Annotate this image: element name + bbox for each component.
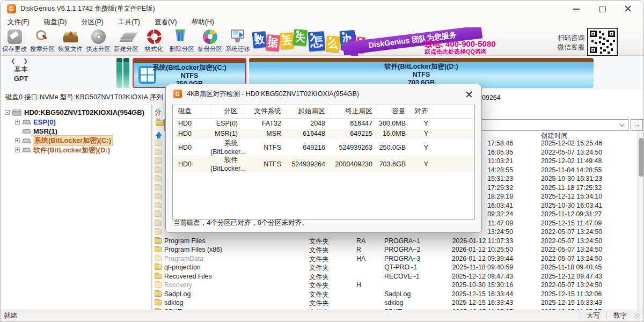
file-row-programdata[interactable]: ProgramData文件夹HAPROGRA~32026-01-12 09:39… bbox=[152, 254, 637, 264]
format-button[interactable]: 格式化 bbox=[140, 27, 168, 55]
partition-icon bbox=[23, 129, 31, 134]
go-button[interactable]: → bbox=[631, 119, 643, 131]
col-filesystem[interactable]: 文件系统 bbox=[243, 105, 286, 118]
collapse-box-icon[interactable]: - bbox=[5, 110, 10, 115]
tree-item-esp[interactable]: + ESP(0) bbox=[1, 118, 151, 127]
partition-d-fs: NTFS bbox=[249, 71, 594, 79]
folder-icon bbox=[155, 150, 162, 155]
status-ready: 就绪 bbox=[4, 311, 17, 320]
file-row-sadplog[interactable]: SadpLog文件夹SadpLog2025-12-15 16:33:442025… bbox=[152, 290, 637, 299]
partition-block-esp[interactable] bbox=[116, 58, 122, 88]
scrollbar-thumb[interactable] bbox=[639, 138, 643, 177]
toolbar-label: 系统迁移 bbox=[225, 45, 250, 53]
parent-folder-icon[interactable] bbox=[156, 128, 162, 136]
new-partition-button[interactable]: 新建分区 bbox=[112, 27, 140, 55]
title-bar: G DiskGenius V6.1.1.1742 免费版(单文件PE版) bbox=[1, 1, 643, 17]
tree-item-software-d[interactable]: + 软件(BitLocker加密)(D:) bbox=[1, 145, 151, 155]
col-aligned[interactable]: 对齐 bbox=[411, 105, 433, 118]
menu-view[interactable]: 查看(V) bbox=[155, 18, 177, 27]
diskgenius-logo-icon: G bbox=[173, 90, 182, 98]
dialog-status-text: 当前磁盘，4个分区已对齐，0个分区未对齐。 bbox=[173, 218, 308, 228]
format-icon bbox=[147, 30, 162, 44]
quick-partition-icon bbox=[91, 30, 106, 44]
panel-tab-partial: 分 bbox=[155, 108, 162, 117]
partition-nav: ❮ ❯ 基本 GPT bbox=[7, 58, 35, 83]
folder-icon bbox=[155, 141, 162, 146]
window-title: DiskGenius V6.1.1.1742 免费版(单文件PE版) bbox=[20, 4, 155, 13]
collapse-chevrons-icon[interactable]: ❮ ❯ bbox=[7, 58, 35, 64]
disk-info-left: 磁盘0 接口:NVMe 型号:KBG50ZNV1T02KIOXIA 序列 bbox=[5, 93, 163, 102]
partition-icon bbox=[23, 138, 31, 143]
dialog-close-icon[interactable] bbox=[466, 91, 472, 98]
new-partition-icon bbox=[119, 38, 134, 41]
tree-item-hd0[interactable]: - HD0:KBG50ZNV1T02KIOXIA(954GB) bbox=[1, 108, 151, 118]
file-row-recovery[interactable]: Recovery文件夹H2025-10-30 15:30:162022-05-0… bbox=[152, 281, 637, 290]
col-end-sector[interactable]: 终止扇区 bbox=[330, 105, 377, 118]
menu-partition[interactable]: 分区(P) bbox=[81, 18, 104, 27]
folder-icon bbox=[155, 256, 162, 261]
maximize-button[interactable] bbox=[598, 5, 606, 12]
partition-table-type: 基本 bbox=[7, 65, 35, 74]
close-button[interactable] bbox=[624, 5, 632, 12]
expand-box-icon[interactable]: + bbox=[15, 120, 20, 125]
table-row[interactable]: HD0MSR(1)MSR61644864921516.0MBY bbox=[173, 129, 474, 140]
save-changes-button[interactable]: 保存更改 bbox=[1, 27, 28, 55]
disk-info-right: 09264 bbox=[482, 90, 501, 105]
toolbar-label: 快速分区 bbox=[86, 45, 111, 53]
expand-box-icon[interactable]: + bbox=[15, 148, 20, 152]
folder-icon bbox=[155, 167, 162, 173]
delete-partition-button[interactable]: 删除分区 bbox=[168, 27, 196, 55]
toolbar-label: 新建分区 bbox=[114, 45, 138, 53]
system-migrate-button[interactable]: 系统迁移 bbox=[224, 27, 252, 55]
expand-box-icon[interactable]: + bbox=[15, 138, 20, 143]
current-folder-icon bbox=[156, 120, 164, 126]
ad-qq-link[interactable]: 或点击此处选择QQ咨询 bbox=[425, 48, 487, 56]
partition-scheme: GPT bbox=[7, 75, 35, 83]
folder-icon bbox=[155, 211, 162, 217]
partition-block-msr[interactable] bbox=[123, 58, 129, 88]
folder-icon bbox=[155, 274, 162, 279]
minimize-button[interactable] bbox=[573, 5, 580, 12]
tree-item-system-c[interactable]: + 系统(BitLocker加密)(C:) bbox=[1, 136, 151, 146]
file-row-recovered-files[interactable]: Recovered Files文件夹RECOVE~12025-12-12 09:… bbox=[152, 272, 637, 281]
toolbar: 保存更改 搜索分区 恢复文件 快速分区 新建分区 格式化 删除分区 备份分区 系… bbox=[1, 27, 643, 56]
col-capacity[interactable]: 容量 bbox=[377, 105, 411, 118]
menu-bar: 文件(F) 磁盘(D) 分区(P) 工具(T) 查看(V) 帮助(H) bbox=[1, 17, 643, 27]
menu-help[interactable]: 帮助(H) bbox=[192, 18, 214, 27]
table-header-row: 磁盘 分区 文件系统 起始扇区 终止扇区 容量 对齐 bbox=[173, 105, 474, 118]
quick-partition-button[interactable]: 快速分区 bbox=[84, 27, 112, 55]
folder-icon bbox=[155, 203, 162, 208]
partition-icon bbox=[23, 120, 31, 125]
tree-item-label: 软件(BitLocker加密)(D:) bbox=[33, 145, 110, 155]
diskgenius-window: G DiskGenius V6.1.1.1742 免费版(单文件PE版) 文件(… bbox=[0, 0, 644, 322]
menu-tools[interactable]: 工具(T) bbox=[118, 18, 140, 27]
search-partition-button[interactable]: 搜索分区 bbox=[28, 27, 56, 55]
diskgenius-logo-icon: G bbox=[7, 4, 16, 13]
folder-icon bbox=[155, 158, 162, 164]
col-start-sector[interactable]: 起始扇区 bbox=[286, 105, 330, 118]
resize-grip[interactable] bbox=[634, 313, 640, 319]
tree-item-label: HD0:KBG50ZNV1T02KIOXIA(954GB) bbox=[24, 108, 144, 116]
file-row-program-files-x86[interactable]: Program Files (x86)文件夹RPROGRA~22026-01-1… bbox=[152, 245, 637, 254]
file-row-program-files[interactable]: Program Files文件夹RAPROGRA~12026-01-12 11:… bbox=[152, 237, 637, 246]
qr-code bbox=[587, 28, 618, 56]
file-row-qt-projection[interactable]: qt-projection文件夹QT-PRO~12025-11-18 09:40… bbox=[152, 263, 637, 272]
ad-banner[interactable]: 数 据 丢 失 怎 么 办 ! DiskGenius 团队为您服务 致电: 40… bbox=[252, 27, 643, 56]
folder-icon bbox=[155, 176, 162, 181]
toolbar-label: 搜索分区 bbox=[30, 45, 55, 53]
table-row[interactable]: HD0ESP(0)FAT322048616447300.0MBY bbox=[173, 118, 474, 129]
menu-disk[interactable]: 磁盘(D) bbox=[44, 18, 67, 27]
tree-item-msr[interactable]: MSR(1) bbox=[1, 127, 151, 136]
menu-file[interactable]: 文件(F) bbox=[8, 18, 30, 27]
partition-d-name: 软件(BitLocker加密)(D:) bbox=[249, 63, 594, 71]
dropdown-chevron-icon[interactable] bbox=[619, 121, 625, 127]
table-row[interactable]: HD0软件(BitLocker...NTFS524939264200040923… bbox=[173, 156, 474, 172]
col-partition[interactable]: 分区 bbox=[210, 105, 243, 118]
vertical-scrollbar[interactable] bbox=[637, 131, 644, 310]
recover-files-button[interactable]: 恢复文件 bbox=[56, 27, 84, 55]
col-disk[interactable]: 磁盘 bbox=[173, 105, 210, 118]
toolbar-label: 删除分区 bbox=[170, 45, 194, 53]
table-row[interactable]: HD0系统(BitLocker...NTFS649216524939263250… bbox=[173, 139, 474, 156]
file-row-sdklog[interactable]: sdklog文件夹sdklog2025-12-15 16:33:432025-1… bbox=[152, 298, 637, 308]
backup-partition-button[interactable]: 备份分区 bbox=[196, 27, 224, 55]
